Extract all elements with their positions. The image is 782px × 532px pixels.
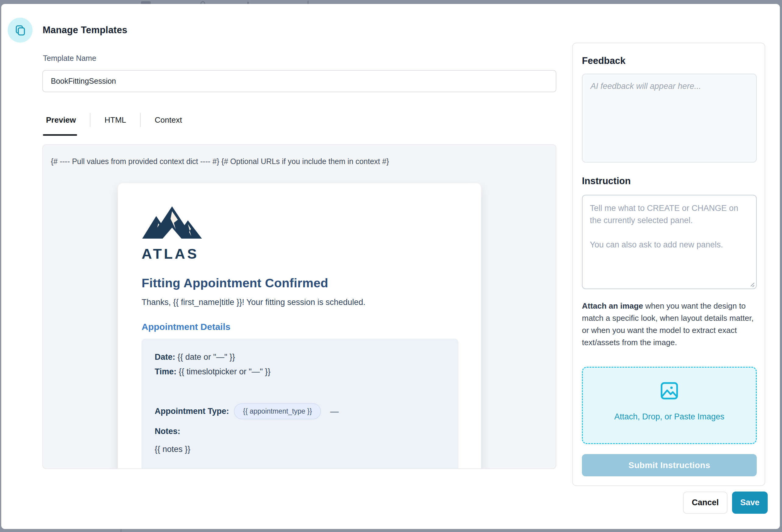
ai-assistant-sidebar: Feedback AI feedback will appear here...… [572, 43, 765, 486]
instruction-input[interactable] [582, 195, 757, 289]
manage-templates-modal: Manage Templates Template Name Preview H… [1, 4, 780, 529]
brand-wordmark: ATLAS [142, 245, 457, 262]
dropzone-label: Attach, Drop, or Paste Images [614, 412, 724, 421]
instruction-heading: Instruction [582, 176, 631, 187]
time-line: Time: {{ timeslotpicker or "—" }} [155, 367, 445, 377]
tab-context[interactable]: Context [152, 115, 185, 125]
appointment-type-dash: — [330, 407, 339, 416]
copy-templates-icon [8, 17, 33, 43]
tab-bar: Preview HTML Context [43, 111, 185, 129]
cancel-button[interactable]: Cancel [683, 492, 727, 514]
tab-divider [140, 113, 141, 127]
attach-note-bold: Attach an image [582, 301, 643, 310]
notes-value: {{ notes }} [155, 445, 445, 454]
date-label: Date: [155, 352, 175, 362]
attach-image-note: Attach an image when you want the design… [582, 300, 761, 348]
template-name-label: Template Name [43, 54, 96, 63]
background-top-bar [0, 0, 782, 4]
template-name-input[interactable] [42, 70, 556, 92]
image-dropzone[interactable]: Attach, Drop, or Paste Images [582, 367, 757, 444]
email-heading: Fitting Appointment Confirmed [142, 276, 457, 290]
feedback-placeholder: AI feedback will appear here... [591, 82, 748, 91]
appointment-type-label: Appointment Type: [155, 407, 229, 416]
feedback-output-box: AI feedback will appear here... [582, 74, 757, 162]
save-button[interactable]: Save [732, 492, 768, 514]
image-icon [659, 380, 680, 401]
submit-instructions-button[interactable]: Submit Instructions [582, 454, 757, 476]
time-label: Time: [155, 367, 177, 376]
template-preview-panel: {# ---- Pull values from provided contex… [42, 144, 556, 469]
feedback-heading: Feedback [582, 55, 626, 66]
background-bottom-divider [120, 529, 121, 532]
date-line: Date: {{ date or "—" }} [155, 352, 445, 362]
appointment-details-box[interactable]: Date: {{ date or "—" }} Time: {{ timeslo… [142, 339, 458, 469]
tab-html[interactable]: HTML [101, 115, 129, 125]
background-tick-icon [247, 2, 249, 4]
notes-label: Notes: [155, 427, 180, 436]
date-value: {{ date or "—" }} [178, 352, 235, 362]
tab-preview[interactable]: Preview [43, 115, 79, 125]
atlas-mountain-logo [142, 204, 203, 241]
notes-line: Notes: [155, 427, 445, 436]
page-title: Manage Templates [43, 25, 127, 36]
background-caret-icon [308, 1, 309, 4]
time-value: {{ timeslotpicker or "—" }} [179, 367, 271, 376]
background-bottom-bar [0, 529, 782, 532]
appointment-type-line: Appointment Type: {{ appointment_type }}… [155, 403, 445, 419]
background-grid-icon [141, 1, 151, 4]
active-tab-underline [43, 134, 77, 136]
appointment-details-heading: Appointment Details [142, 322, 457, 332]
screen: Manage Templates Template Name Preview H… [0, 0, 782, 532]
email-preview-card[interactable]: ATLAS Fitting Appointment Confirmed Than… [118, 183, 481, 469]
jinja-comment-text: {# ---- Pull values from provided contex… [51, 157, 389, 166]
email-greeting: Thanks, {{ first_name|title }}! Your fit… [142, 298, 457, 307]
appointment-type-pill: {{ appointment_type }} [234, 403, 321, 419]
tab-divider [90, 113, 91, 127]
